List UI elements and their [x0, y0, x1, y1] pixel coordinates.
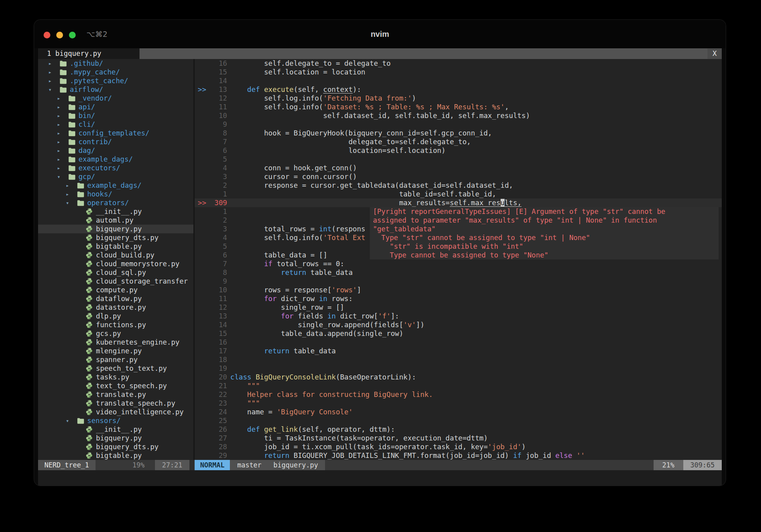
tree-item[interactable]: cloud_sql.py: [38, 268, 193, 277]
tree-item[interactable]: ▸executors/: [38, 164, 193, 172]
code-line[interactable]: 7 if total_rows == 0:: [195, 259, 722, 268]
tree-item[interactable]: datastore.py: [38, 303, 193, 312]
sign-column: [195, 373, 210, 381]
code-line[interactable]: 27 ti = TaskInstance(task=operator, exec…: [195, 434, 722, 442]
tabline-fill: [140, 48, 707, 59]
tree-item[interactable]: translate_speech.py: [38, 399, 193, 408]
code-line[interactable]: 2 response = cursor.get_tabledata(datase…: [195, 181, 722, 190]
code-line[interactable]: 6 location=self.location): [195, 146, 722, 155]
code-line[interactable]: 22 Helper class for constructing BigQuer…: [195, 390, 722, 399]
tree-item[interactable]: ▸config_templates/: [38, 129, 193, 137]
code-line[interactable]: 11 self.log.info('Dataset: %s ; Table: %…: [195, 103, 722, 111]
tree-item[interactable]: functions.py: [38, 320, 193, 329]
tree-item[interactable]: ▸example_dags/: [38, 181, 193, 190]
tree-item[interactable]: cloud_memorystore.py: [38, 259, 193, 268]
code-line[interactable]: 14: [195, 76, 722, 85]
code-line[interactable]: 26 def get_link(self, operator, dttm):: [195, 425, 722, 434]
tree-item[interactable]: gcs.py: [38, 329, 193, 338]
folder-icon: [59, 85, 70, 94]
tree-item[interactable]: __init__.py: [38, 425, 193, 434]
tree-item[interactable]: ▸dag/: [38, 146, 193, 155]
code-line[interactable]: 12 self.log.info('Fetching Data from:'): [195, 94, 722, 103]
tree-item[interactable]: bigquery_dts.py: [38, 442, 193, 451]
tree-item[interactable]: text_to_speech.py: [38, 381, 193, 390]
tree-item[interactable]: compute.py: [38, 286, 193, 294]
code-line[interactable]: 9: [195, 277, 722, 286]
tree-item[interactable]: ▾sensors/: [38, 416, 193, 425]
code-line[interactable]: 23 """: [195, 399, 722, 408]
code-line[interactable]: 5: [195, 155, 722, 164]
code-line[interactable]: 14 single_row.append(fields['v']): [195, 320, 722, 329]
tree-item[interactable]: ▸hooks/: [38, 190, 193, 198]
line-number: 309: [210, 198, 227, 207]
code-line[interactable]: 19: [195, 364, 722, 373]
code-line[interactable]: 8 return table_data: [195, 268, 722, 277]
tree-item[interactable]: ▸bin/: [38, 111, 193, 120]
tree-item[interactable]: ▸cli/: [38, 120, 193, 129]
code-line[interactable]: 17 return table_data: [195, 347, 722, 355]
code-line[interactable]: 7 delegate_to=self.delegate_to,: [195, 137, 722, 146]
code-line[interactable]: >>309 max_results=self.max_results,: [195, 198, 722, 207]
code-token: total_rows == 0:: [273, 260, 344, 268]
tree-item[interactable]: cloud_storage_transfer: [38, 277, 193, 286]
tree-item[interactable]: bigquery.py: [38, 225, 193, 233]
code-line[interactable]: 1 table_id=self.table_id,: [195, 190, 722, 198]
tree-item[interactable]: spanner.py: [38, 355, 193, 364]
tree-item[interactable]: ▸contrib/: [38, 137, 193, 146]
code-line[interactable]: 10 self.dataset_id, self.table_id, self.…: [195, 111, 722, 120]
tree-item[interactable]: ▸api/: [38, 103, 193, 111]
tree-item[interactable]: ▾operators/: [38, 198, 193, 207]
close-icon[interactable]: X: [707, 48, 722, 59]
code-line[interactable]: 16: [195, 338, 722, 347]
code-line[interactable]: 28 job_id = ti.xcom_pull(task_ids=operat…: [195, 442, 722, 451]
code-line[interactable]: 20class BigQueryConsoleLink(BaseOperator…: [195, 373, 722, 381]
tree-item[interactable]: ▸.pytest_cache/: [38, 76, 193, 85]
code-line[interactable]: 13 for fields in dict_row['f']:: [195, 312, 722, 320]
sign-column: [195, 120, 210, 129]
tree-item[interactable]: ▾gcp/: [38, 172, 193, 181]
sign-column: [195, 181, 210, 190]
code-line[interactable]: 8 hook = BigQueryHook(bigquery_conn_id=s…: [195, 129, 722, 137]
code-line[interactable]: 15 table_data.append(single_row): [195, 329, 722, 338]
code-line[interactable]: 25: [195, 416, 722, 425]
code-line[interactable]: 15 self.location = location: [195, 68, 722, 76]
tree-item[interactable]: tasks.py: [38, 373, 193, 381]
tree-item[interactable]: dataflow.py: [38, 294, 193, 303]
tree-item-label: cli/: [78, 120, 95, 128]
code-line[interactable]: 21 """: [195, 381, 722, 390]
code-line[interactable]: 24 name = 'BigQuery Console': [195, 408, 722, 416]
code-line[interactable]: 29 return BIGQUERY_JOB_DETAILS_LINK_FMT.…: [195, 451, 722, 460]
tree-item[interactable]: bigquery.py: [38, 434, 193, 442]
code-line[interactable]: 16 self.delegate_to = delegate_to: [195, 59, 722, 68]
tree-item[interactable]: video_intelligence.py: [38, 408, 193, 416]
tree-item[interactable]: ▸_vendor/: [38, 94, 193, 103]
code-line[interactable]: 3 cursor = conn.cursor(): [195, 172, 722, 181]
status-filename: bigquery.py: [273, 460, 318, 470]
tree-item[interactable]: ▸.github/: [38, 59, 193, 68]
tree-item[interactable]: mlengine.py: [38, 347, 193, 355]
tab-bigquery[interactable]: 1 bigquery.py: [38, 48, 140, 59]
code-line[interactable]: 18: [195, 355, 722, 364]
tree-item[interactable]: ▸.mypy_cache/: [38, 68, 193, 76]
tree-item[interactable]: cloud_build.py: [38, 251, 193, 259]
tree-item[interactable]: bigtable.py: [38, 451, 193, 460]
code-line[interactable]: >>13 def execute(self, context):: [195, 85, 722, 94]
code-line[interactable]: 10 rows = response['rows']: [195, 286, 722, 294]
tree-item[interactable]: __init__.py: [38, 207, 193, 216]
tree-item[interactable]: kubernetes_engine.py: [38, 338, 193, 347]
tree-item[interactable]: speech_to_text.py: [38, 364, 193, 373]
sign-column: [195, 216, 210, 225]
code-line[interactable]: 4 conn = hook.get_conn(): [195, 164, 722, 172]
command-line[interactable]: [38, 470, 722, 486]
code-line[interactable]: 11 for dict_row in rows:: [195, 294, 722, 303]
code-line[interactable]: 9: [195, 120, 722, 129]
tree-item[interactable]: bigquery_dts.py: [38, 233, 193, 242]
tree-item[interactable]: translate.py: [38, 390, 193, 399]
tree-item[interactable]: bigtable.py: [38, 242, 193, 251]
tree-item[interactable]: automl.py: [38, 216, 193, 225]
folder-icon: [68, 129, 78, 137]
tree-item[interactable]: ▾airflow/: [38, 85, 193, 94]
code-line[interactable]: 12 single_row = []: [195, 303, 722, 312]
tree-item[interactable]: ▸example_dags/: [38, 155, 193, 164]
tree-item[interactable]: dlp.py: [38, 312, 193, 320]
